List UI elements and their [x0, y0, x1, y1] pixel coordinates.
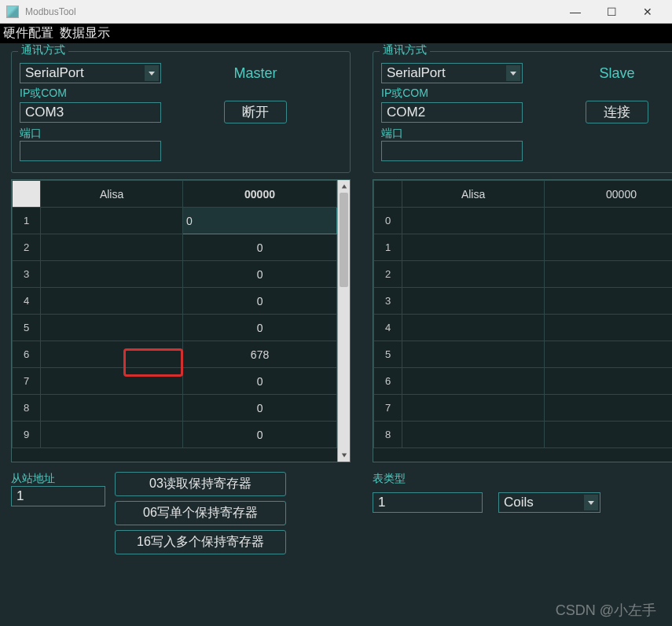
port-input[interactable] [381, 141, 523, 161]
app-icon [6, 6, 19, 18]
window-title: ModbusTool [25, 6, 76, 17]
table-row: 1 [374, 234, 673, 261]
col-00000[interactable]: 00000 [545, 181, 672, 208]
table-row: 4 [374, 315, 673, 341]
write-single-button[interactable]: 06写单个保持寄存器 [115, 501, 286, 525]
port-label: 端口 [20, 127, 342, 141]
table-row: 6678 [13, 341, 337, 368]
menu-hardware[interactable]: 硬件配置 [0, 25, 57, 42]
table-row: 5 [374, 341, 673, 368]
table-row: 2 [374, 261, 673, 288]
menu-display[interactable]: 数据显示 [57, 25, 113, 42]
type-select-value: Coils [504, 495, 534, 510]
protocol-select[interactable]: SerialPort [381, 63, 523, 83]
slave-addr-input[interactable]: 1 [11, 486, 105, 506]
disconnect-button[interactable]: 断开 [224, 101, 287, 123]
connect-button[interactable]: 连接 [586, 101, 648, 123]
protocol-value: SerialPort [25, 65, 84, 81]
table-corner [13, 181, 41, 208]
chevron-down-icon [145, 65, 159, 81]
menubar: 硬件配置 数据显示 [0, 24, 672, 43]
table-type-label: 表类型 [373, 472, 672, 486]
table-row: 50 [13, 315, 337, 341]
protocol-select[interactable]: SerialPort [20, 63, 161, 83]
ip-label: IP或COM [381, 87, 672, 101]
table-row: 7 [374, 395, 673, 422]
table-row: 80 [13, 395, 337, 422]
watermark: CSDN @小左手 [556, 601, 656, 620]
table-row: 10 [13, 208, 337, 234]
col-alisa[interactable]: Alisa [41, 181, 183, 208]
group-title: 通讯方式 [380, 43, 430, 57]
slave-addr-label: 从站地址 [11, 472, 105, 486]
left-panel: 通讯方式 SerialPort Master IP或COM COM3 [0, 43, 362, 626]
table-row: 0 [374, 208, 673, 234]
scroll-down-icon[interactable] [338, 449, 350, 462]
port-label: 端口 [381, 127, 672, 141]
table-corner [374, 181, 402, 208]
scroll-thumb[interactable] [340, 193, 348, 287]
left-table: Alisa 00000 10 20 30 40 50 6678 70 80 90 [11, 179, 351, 462]
ip-input[interactable]: COM2 [381, 102, 523, 123]
left-comm-group: 通讯方式 SerialPort Master IP或COM COM3 [11, 51, 351, 173]
table-row: 6 [374, 368, 673, 395]
minimize-button[interactable]: — [557, 0, 593, 24]
table-row: 70 [13, 368, 337, 395]
table-row: 3 [374, 288, 673, 315]
maximize-button[interactable]: ☐ [593, 0, 630, 24]
table-row: 40 [13, 288, 337, 315]
table-row: 8 [374, 422, 673, 448]
read-holding-button[interactable]: 03读取保持寄存器 [115, 472, 286, 496]
scroll-up-icon[interactable] [338, 180, 350, 193]
col-alisa[interactable]: Alisa [402, 181, 545, 208]
port-input[interactable] [20, 141, 161, 161]
protocol-value: SerialPort [387, 65, 446, 81]
right-comm-group: 通讯方式 SerialPort Slave IP或COM COM2 [373, 51, 672, 173]
group-title: 通讯方式 [18, 43, 68, 57]
mode-label: Slave [599, 65, 634, 82]
close-button[interactable]: ✕ [630, 0, 666, 24]
chevron-down-icon [584, 495, 598, 510]
col-00000[interactable]: 00000 [183, 181, 337, 208]
chevron-down-icon [506, 65, 520, 81]
table-row: 30 [13, 261, 337, 288]
ip-label: IP或COM [20, 87, 342, 101]
window-titlebar: ModbusTool — ☐ ✕ [0, 0, 672, 24]
table-row: 90 [13, 422, 337, 448]
type-input[interactable]: 1 [373, 492, 483, 513]
type-select[interactable]: Coils [498, 492, 600, 513]
ip-input[interactable]: COM3 [20, 102, 161, 123]
table-row: 20 [13, 234, 337, 261]
scroll-track[interactable] [338, 193, 350, 449]
mode-label: Master [233, 65, 277, 82]
right-panel: 通讯方式 SerialPort Slave IP或COM COM2 [362, 43, 672, 626]
scrollbar[interactable] [337, 180, 350, 462]
write-multiple-button[interactable]: 16写入多个保持寄存器 [115, 530, 286, 554]
right-table: Alisa 00000 0 1 2 3 4 5 6 7 8 [373, 179, 672, 462]
